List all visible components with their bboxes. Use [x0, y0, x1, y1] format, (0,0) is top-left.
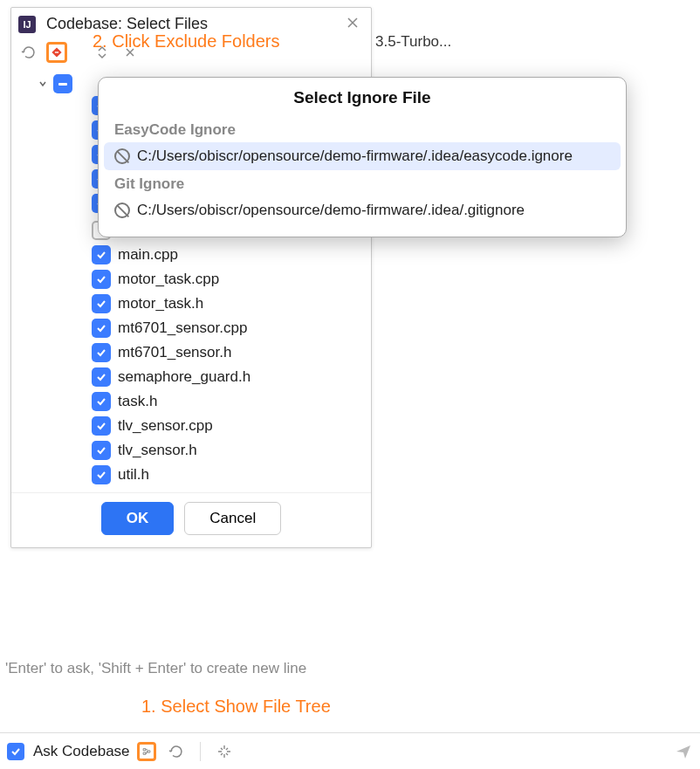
file-row[interactable]: main.cpp [18, 243, 364, 267]
popup-title: Select Ignore File [99, 88, 626, 116]
file-row[interactable]: task.h [18, 389, 364, 414]
git-ignore-header: Git Ignore [99, 170, 626, 196]
file-row[interactable]: mt6701_sensor.cpp [18, 316, 364, 340]
exclude-folders-button[interactable] [46, 42, 67, 63]
file-checkbox[interactable] [92, 270, 111, 289]
dialog-toolbar [11, 37, 371, 68]
file-label: motor_task.cpp [118, 271, 219, 288]
refresh-icon[interactable] [18, 42, 39, 63]
file-row[interactable]: util.h [18, 463, 364, 487]
file-checkbox[interactable] [92, 416, 111, 436]
file-label: mt6701_sensor.h [118, 344, 231, 361]
easycode-ignore-item[interactable]: C:/Users/obiscr/opensource/demo-firmware… [104, 142, 621, 170]
file-label: tlv_sensor.h [118, 442, 197, 459]
root-checkbox[interactable] [53, 74, 72, 93]
divider [200, 742, 201, 761]
ignore-icon [114, 203, 130, 218]
file-label: mt6701_sensor.cpp [118, 319, 247, 337]
file-label: util.h [118, 466, 149, 484]
file-checkbox[interactable] [92, 465, 111, 484]
file-row[interactable]: motor_task.cpp [18, 267, 364, 292]
file-label: tlv_sensor.cpp [118, 417, 213, 435]
dialog-titlebar: IJ Codebase: Select Files [11, 8, 371, 37]
file-row[interactable]: mt6701_sensor.h [18, 340, 364, 365]
refresh-icon[interactable] [167, 742, 186, 761]
sparkle-icon[interactable] [215, 742, 234, 761]
file-checkbox[interactable] [92, 441, 111, 460]
expand-icon[interactable] [92, 42, 113, 63]
file-checkbox[interactable] [92, 319, 111, 338]
svg-rect-0 [55, 51, 58, 52]
file-row[interactable]: semaphore_guard.h [18, 365, 364, 389]
cancel-button[interactable]: Cancel [184, 502, 281, 535]
file-label: task.h [118, 393, 157, 410]
ok-button[interactable]: OK [101, 502, 175, 535]
app-icon: IJ [18, 16, 36, 33]
dialog-title: Codebase: Select Files [46, 15, 208, 33]
send-icon[interactable] [674, 742, 693, 761]
file-row[interactable]: motor_task.h [18, 292, 364, 316]
input-placeholder-hint: 'Enter' to ask, 'Shift + Enter' to creat… [5, 660, 306, 677]
file-row[interactable]: tlv_sensor.cpp [18, 414, 364, 438]
close-icon[interactable] [347, 17, 362, 32]
git-ignore-item[interactable]: C:/Users/obiscr/opensource/demo-firmware… [99, 196, 626, 224]
select-ignore-file-popup: Select Ignore File EasyCode Ignore C:/Us… [98, 77, 627, 237]
easycode-ignore-path: C:/Users/obiscr/opensource/demo-firmware… [137, 148, 573, 165]
annotation-step-1: 1. Select Show File Tree [141, 697, 331, 717]
file-row[interactable]: tlv_sensor.h [18, 438, 364, 463]
file-checkbox[interactable] [92, 343, 111, 362]
ask-codebase-label: Ask Codebase [33, 743, 130, 760]
model-label: 3.5-Turbo... [375, 33, 451, 51]
chevron-down-icon[interactable] [36, 77, 50, 91]
bottom-toolbar: Ask Codebase [0, 732, 700, 769]
file-checkbox[interactable] [92, 367, 111, 387]
collapse-icon[interactable] [120, 42, 141, 63]
git-ignore-path: C:/Users/obiscr/opensource/demo-firmware… [137, 202, 525, 219]
easycode-ignore-header: EasyCode Ignore [99, 116, 626, 142]
file-label: motor_task.h [118, 295, 203, 312]
file-checkbox[interactable] [92, 245, 111, 264]
dialog-button-row: OK Cancel [11, 492, 371, 547]
file-label: semaphore_guard.h [118, 368, 250, 386]
file-checkbox[interactable] [92, 294, 111, 313]
file-label: main.cpp [118, 246, 178, 264]
file-checkbox[interactable] [92, 392, 111, 411]
ignore-icon [114, 148, 130, 164]
ask-codebase-checkbox[interactable] [7, 743, 24, 760]
show-file-tree-button[interactable] [137, 742, 156, 761]
